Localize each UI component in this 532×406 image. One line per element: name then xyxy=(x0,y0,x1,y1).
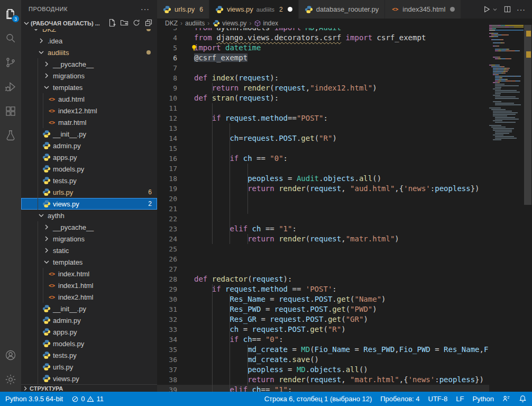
tree-item-index-html[interactable]: <>index.html xyxy=(21,268,157,279)
code-line-22[interactable]: 22 xyxy=(157,214,489,224)
minimap[interactable] xyxy=(489,19,524,392)
line-number[interactable]: 28 xyxy=(157,274,177,284)
tree-item-admin-py[interactable]: admin.py xyxy=(21,314,157,326)
tree-item-tests-py[interactable]: tests.py xyxy=(21,175,157,186)
tab-urls-py[interactable]: urls.py6 xyxy=(157,0,209,19)
code-line-4[interactable]: 4from django.views.decorators.csrf impor… xyxy=(157,33,489,43)
breadcrumb-item-DKZ[interactable]: DKZ xyxy=(165,20,178,27)
code-line-24[interactable]: 24 return render(request,"matr.html") xyxy=(157,234,489,244)
line-number[interactable]: 39 xyxy=(157,385,177,392)
breadcrumb-item-audiiits[interactable]: audiiits xyxy=(185,20,205,27)
code-line-14[interactable]: 14 ch=request.POST.get("R") xyxy=(157,133,489,143)
tree-item-matr-html[interactable]: <>matr.html xyxy=(21,116,157,128)
code-line-27[interactable]: 27 xyxy=(157,264,489,274)
activitybar-search-icon[interactable] xyxy=(0,26,21,50)
split-editor-button[interactable] xyxy=(503,5,511,13)
code-line-39[interactable]: 39 elif ch== "1": xyxy=(157,385,489,392)
explorer-more-actions-button[interactable]: ··· xyxy=(141,5,150,13)
code-line-13[interactable]: 13 xyxy=(157,123,489,133)
code-line-23[interactable]: 23 elif ch == "1": xyxy=(157,224,489,234)
feedback-icon[interactable] xyxy=(502,395,510,403)
line-number[interactable]: 22 xyxy=(157,214,177,224)
code-line-31[interactable]: 31 Res_PWD = request.POST.get("PWD") xyxy=(157,304,489,314)
tree-item-DKZ[interactable]: DKZ xyxy=(21,29,157,35)
tree-item-admin-py[interactable]: admin.py xyxy=(21,140,157,151)
code-line-6[interactable]: 6@csrf_exempt xyxy=(157,53,489,63)
tab-database-roouter-py[interactable]: database_roouter.py xyxy=(299,0,386,19)
outline-section-header[interactable]: СТРУКТУРА xyxy=(21,384,157,392)
code-line-32[interactable]: 32 Res_GR = request.POST.get("GR") xyxy=(157,314,489,324)
code-line-15[interactable]: 15 xyxy=(157,143,489,154)
tree-item-tests-py[interactable]: tests.py xyxy=(21,349,157,361)
refresh-icon[interactable] xyxy=(132,19,141,28)
breadcrumb-item-index[interactable]: index xyxy=(254,20,278,27)
line-number[interactable]: 11 xyxy=(157,103,177,113)
line-number[interactable]: 23 xyxy=(157,224,177,234)
code-line-38[interactable]: 38 return render(request, "matr.html",{'… xyxy=(157,375,489,385)
tree-item-models-py[interactable]: models.py xyxy=(21,338,157,349)
line-number[interactable]: 24 xyxy=(157,234,177,244)
tree-item-urls-py[interactable]: urls.py6 xyxy=(21,186,157,198)
activitybar-account-icon[interactable] xyxy=(0,343,21,367)
line-number[interactable]: 29 xyxy=(157,284,177,294)
tree-item--init-py[interactable]: __init__.py xyxy=(21,128,157,140)
cursor-position[interactable]: Строка 6, столбец 1 (выбрано 12) xyxy=(264,395,372,403)
tree-item-aud-html[interactable]: <>aud.html xyxy=(21,93,157,105)
code-line-30[interactable]: 30 Res_Name = request.POST.get("Name") xyxy=(157,294,489,304)
code-line-28[interactable]: 28def redactor(request): xyxy=(157,274,489,284)
eol-setting[interactable]: LF xyxy=(456,395,464,403)
code-line-19[interactable]: 19 return render(request, "aud.html",{'n… xyxy=(157,184,489,194)
code-line-29[interactable]: 29 if request.method == 'POST': xyxy=(157,284,489,294)
line-number[interactable]: 17 xyxy=(157,164,177,174)
line-number[interactable]: 14 xyxy=(157,133,177,143)
code-line-33[interactable]: 33 ch = request.POST.get("R") xyxy=(157,324,489,335)
code-editor[interactable]: 3from aythh.models import MD,Audit4from … xyxy=(157,19,489,392)
line-number[interactable]: 4 xyxy=(157,33,177,43)
line-number[interactable]: 32 xyxy=(157,314,177,324)
line-number[interactable]: 13 xyxy=(157,123,177,133)
line-number[interactable]: 37 xyxy=(157,365,177,375)
line-number[interactable]: 26 xyxy=(157,254,177,264)
tree-item-index12-html[interactable]: <>index12.html xyxy=(21,105,157,116)
activitybar-explorer-icon[interactable]: 3 xyxy=(0,2,21,26)
line-number[interactable]: 18 xyxy=(157,174,177,184)
tree-item-views-py[interactable]: views.py xyxy=(21,373,157,384)
code-line-17[interactable]: 17 xyxy=(157,164,489,174)
line-number[interactable]: 7 xyxy=(157,63,177,73)
tab-views-py[interactable]: views.pyaudiiits2 xyxy=(209,0,299,19)
line-number[interactable]: 35 xyxy=(157,345,177,355)
line-number[interactable]: 10 xyxy=(157,93,177,103)
code-line-9[interactable]: 9 return render(request,"index12.html") xyxy=(157,83,489,93)
tree-item-index2-html[interactable]: <>index2.html xyxy=(21,291,157,303)
line-number[interactable]: 12 xyxy=(157,113,177,123)
tree-item-views-py[interactable]: views.py2 xyxy=(21,198,157,210)
tab-index345-html[interactable]: <>index345.html xyxy=(385,0,461,19)
editor-more-actions-button[interactable]: ··· xyxy=(517,5,526,14)
run-python-button[interactable] xyxy=(483,5,498,13)
encoding-setting[interactable]: UTF-8 xyxy=(428,395,448,403)
code-line-25[interactable]: 25 xyxy=(157,244,489,254)
tree-item-apps-py[interactable]: apps.py xyxy=(21,326,157,338)
code-line-10[interactable]: 10def stran(request): xyxy=(157,93,489,103)
code-line-35[interactable]: 35 md_create = MD(Fio_Name = Res_PWD,Fio… xyxy=(157,345,489,355)
tree-item-migrations[interactable]: migrations xyxy=(21,233,157,245)
new-folder-icon[interactable] xyxy=(120,19,129,28)
line-number[interactable]: 36 xyxy=(157,355,177,365)
unsaved-dot-icon[interactable] xyxy=(450,7,455,12)
code-line-36[interactable]: 36 md_create.save() xyxy=(157,355,489,365)
activitybar-settings-icon[interactable] xyxy=(0,367,21,392)
line-number[interactable]: 33 xyxy=(157,324,177,335)
code-line-8[interactable]: 8def index(request): xyxy=(157,73,489,83)
line-number[interactable]: 9 xyxy=(157,83,177,93)
tree-item-templates[interactable]: templates xyxy=(21,82,157,93)
line-number[interactable]: 8 xyxy=(157,73,177,83)
language-mode[interactable]: Python xyxy=(473,395,494,403)
line-number[interactable]: 31 xyxy=(157,304,177,314)
tree-item-templates[interactable]: templates xyxy=(21,256,157,268)
line-number[interactable]: 34 xyxy=(157,335,177,345)
activitybar-testing-icon[interactable] xyxy=(0,123,21,148)
code-line-20[interactable]: 20 xyxy=(157,194,489,204)
tree-item-index1-html[interactable]: <>index1.html xyxy=(21,279,157,291)
tree-item-urls-py[interactable]: urls.py xyxy=(21,361,157,373)
line-number[interactable]: 30 xyxy=(157,294,177,304)
